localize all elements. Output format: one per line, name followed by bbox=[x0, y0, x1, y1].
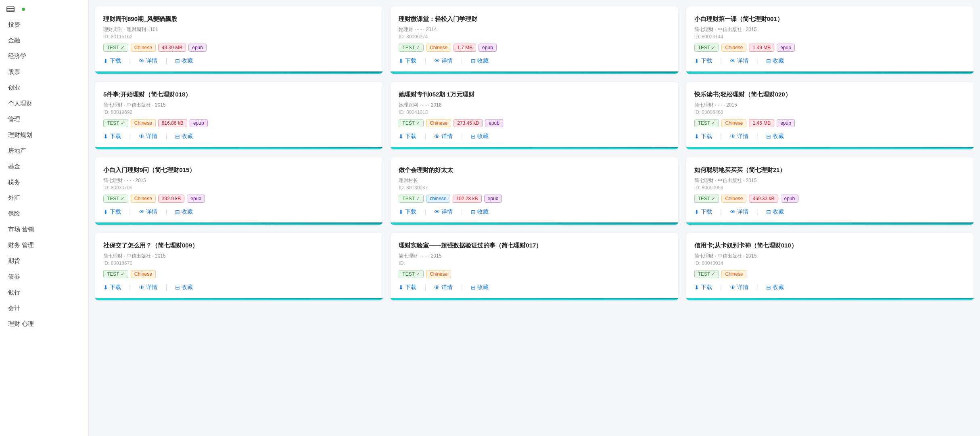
card-actions-9: ⬇ 下载 | 👁 详情 | ⊟ 收藏 bbox=[103, 284, 374, 291]
eye-icon-6: 👁 bbox=[139, 209, 144, 215]
bookmark-btn-8[interactable]: ⊟ 收藏 bbox=[766, 208, 784, 216]
sidebar-item-18[interactable]: 会计 bbox=[0, 300, 88, 316]
download-btn-0[interactable]: ⬇ 下载 bbox=[103, 57, 121, 65]
download-icon-2: ⬇ bbox=[694, 58, 699, 64]
book-title-7: 做个会理财的好太太 bbox=[399, 166, 670, 174]
download-btn-11[interactable]: ⬇ 下载 bbox=[694, 284, 712, 291]
download-btn-1[interactable]: ⬇ 下载 bbox=[399, 57, 416, 65]
sidebar-header[interactable] bbox=[0, 3, 88, 17]
bookmark-btn-1[interactable]: ⊟ 收藏 bbox=[471, 57, 489, 65]
details-btn-4[interactable]: 👁 详情 bbox=[434, 133, 453, 140]
tag-format-4: epub bbox=[485, 119, 503, 127]
bookmark-btn-6[interactable]: ⊟ 收藏 bbox=[175, 208, 193, 216]
download-btn-2[interactable]: ⬇ 下载 bbox=[694, 57, 712, 65]
download-label-9: 下载 bbox=[110, 284, 121, 291]
details-btn-8[interactable]: 👁 详情 bbox=[730, 208, 748, 216]
sidebar-item-9[interactable]: 基金 bbox=[0, 159, 88, 174]
sidebar-item-10[interactable]: 税务 bbox=[0, 174, 88, 190]
bookmark-btn-3[interactable]: ⊟ 收藏 bbox=[175, 133, 193, 140]
sidebar-item-19[interactable]: 理财 心理 bbox=[0, 316, 88, 332]
divider-2-7: | bbox=[461, 208, 462, 216]
download-btn-7[interactable]: ⬇ 下载 bbox=[399, 208, 416, 216]
sidebar-item-0[interactable]: 投资 bbox=[0, 17, 88, 33]
eye-icon-8: 👁 bbox=[730, 209, 736, 215]
bookmark-btn-11[interactable]: ⊟ 收藏 bbox=[766, 284, 784, 291]
divider-2-8: | bbox=[756, 208, 758, 216]
sidebar-item-4[interactable]: 创业 bbox=[0, 80, 88, 96]
download-label-4: 下载 bbox=[405, 133, 416, 140]
sidebar-item-15[interactable]: 期货 bbox=[0, 253, 88, 269]
details-btn-6[interactable]: 👁 详情 bbox=[139, 208, 157, 216]
details-btn-5[interactable]: 👁 详情 bbox=[730, 133, 748, 140]
details-btn-1[interactable]: 👁 详情 bbox=[434, 57, 453, 65]
download-label-10: 下载 bbox=[405, 284, 416, 291]
card-bottom-line-5 bbox=[686, 147, 974, 148]
tag-size-3: 816.86 kB bbox=[158, 119, 187, 127]
details-btn-11[interactable]: 👁 详情 bbox=[730, 284, 748, 291]
bookmark-btn-4[interactable]: ⊟ 收藏 bbox=[471, 133, 489, 140]
divider-2-3: | bbox=[165, 133, 167, 140]
details-btn-0[interactable]: 👁 详情 bbox=[139, 57, 157, 65]
sidebar-item-5[interactable]: 个人理财 bbox=[0, 96, 88, 111]
bookmark-btn-10[interactable]: ⊟ 收藏 bbox=[471, 284, 489, 291]
download-btn-3[interactable]: ⬇ 下载 bbox=[103, 133, 121, 140]
card-actions-4: ⬇ 下载 | 👁 详情 | ⊟ 收藏 bbox=[399, 133, 670, 140]
bookmark-btn-9[interactable]: ⊟ 收藏 bbox=[175, 284, 193, 291]
sidebar-item-16[interactable]: 债券 bbox=[0, 269, 88, 285]
sidebar-item-11[interactable]: 外汇 bbox=[0, 190, 88, 206]
tag-test-1: TEST ✓ bbox=[399, 44, 424, 52]
book-id-11: ID: 80043014 bbox=[694, 260, 965, 266]
bookmark-icon-0: ⊟ bbox=[175, 58, 180, 64]
sidebar-item-14[interactable]: 财务 管理 bbox=[0, 237, 88, 253]
download-btn-6[interactable]: ⬇ 下载 bbox=[103, 208, 121, 216]
tag-size-6: 392.9 kB bbox=[158, 195, 184, 203]
details-label-4: 详情 bbox=[441, 133, 453, 140]
book-tags-2: TEST ✓ Chinese 1.49 MB epub bbox=[694, 44, 965, 52]
bookmark-btn-2[interactable]: ⊟ 收藏 bbox=[766, 57, 784, 65]
sidebar-item-1[interactable]: 金融 bbox=[0, 33, 88, 48]
sidebar-item-6[interactable]: 管理 bbox=[0, 111, 88, 127]
book-id-2: ID: 80023144 bbox=[694, 34, 965, 40]
book-tags-11: TEST ✓ Chinese bbox=[694, 270, 965, 278]
download-btn-8[interactable]: ⬇ 下载 bbox=[694, 208, 712, 216]
bookmark-btn-7[interactable]: ⊟ 收藏 bbox=[471, 208, 489, 216]
card-bottom-line-10 bbox=[391, 298, 678, 299]
divider-2-5: | bbox=[756, 133, 758, 140]
card-bottom-line-2 bbox=[686, 71, 974, 73]
bookmark-btn-5[interactable]: ⊟ 收藏 bbox=[766, 133, 784, 140]
sidebar-item-8[interactable]: 房地产 bbox=[0, 143, 88, 159]
sidebar-item-13[interactable]: 市场 营销 bbox=[0, 222, 88, 237]
details-btn-10[interactable]: 👁 详情 bbox=[434, 284, 453, 291]
tag-lang-2: Chinese bbox=[721, 44, 746, 52]
book-id-4: ID: 80041018 bbox=[399, 109, 670, 115]
card-bottom-line-7 bbox=[391, 222, 678, 224]
download-btn-10[interactable]: ⬇ 下载 bbox=[399, 284, 416, 291]
details-label-1: 详情 bbox=[441, 57, 453, 65]
details-label-10: 详情 bbox=[441, 284, 453, 291]
sidebar-item-3[interactable]: 股票 bbox=[0, 64, 88, 80]
download-icon-3: ⬇ bbox=[103, 133, 108, 140]
sidebar-item-17[interactable]: 银行 bbox=[0, 285, 88, 300]
sidebar-item-7[interactable]: 理财规划 bbox=[0, 127, 88, 143]
sidebar: 投资金融经济学股票创业个人理财管理理财规划房地产基金税务外汇保险市场 营销财务 … bbox=[0, 0, 89, 436]
tag-test-2: TEST ✓ bbox=[694, 44, 719, 52]
download-btn-9[interactable]: ⬇ 下载 bbox=[103, 284, 121, 291]
download-label-2: 下载 bbox=[701, 57, 712, 65]
divider-2-1: | bbox=[461, 57, 462, 65]
details-btn-9[interactable]: 👁 详情 bbox=[139, 284, 157, 291]
download-btn-4[interactable]: ⬇ 下载 bbox=[399, 133, 416, 140]
bookmark-btn-0[interactable]: ⊟ 收藏 bbox=[175, 57, 193, 65]
download-btn-5[interactable]: ⬇ 下载 bbox=[694, 133, 712, 140]
details-btn-2[interactable]: 👁 详情 bbox=[730, 57, 748, 65]
book-meta-2: 简七理财 · 中信出版社 · 2015 bbox=[694, 26, 965, 33]
card-bottom-line-8 bbox=[686, 222, 974, 224]
sidebar-item-2[interactable]: 经济学 bbox=[0, 48, 88, 64]
details-btn-3[interactable]: 👁 详情 bbox=[139, 133, 157, 140]
sidebar-item-12[interactable]: 保险 bbox=[0, 206, 88, 222]
details-btn-7[interactable]: 👁 详情 bbox=[434, 208, 453, 216]
tag-test-3: TEST ✓ bbox=[103, 119, 128, 127]
book-meta-7: 理财村长 bbox=[399, 177, 670, 184]
tag-format-0: epub bbox=[188, 44, 207, 52]
tag-lang-5: Chinese bbox=[721, 119, 746, 127]
sidebar-active-dot bbox=[22, 8, 25, 11]
